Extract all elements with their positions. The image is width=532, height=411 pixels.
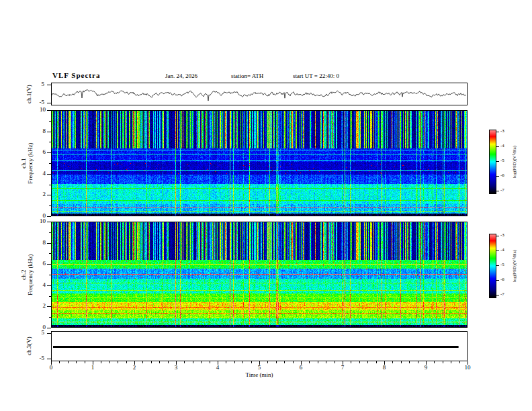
x-axis-label: Time (min) xyxy=(226,372,293,379)
axis-tick xyxy=(47,328,51,328)
axis-tick xyxy=(47,285,51,286)
ch2-spectrogram-canvas xyxy=(52,222,467,327)
axis-tick xyxy=(49,275,51,275)
axis-tick xyxy=(201,361,202,363)
axis-tick xyxy=(47,132,51,132)
axis-tick xyxy=(496,191,499,191)
axis-tick xyxy=(126,361,127,363)
vlf-spectra-figure: VLF Spectra Jan. 24, 2026 station= ATH s… xyxy=(0,0,532,411)
ch1-waveform-panel xyxy=(51,83,468,105)
axis-tick xyxy=(210,361,210,363)
axis-tick xyxy=(496,161,499,162)
axis-tick xyxy=(351,361,351,363)
axis-tick xyxy=(59,361,60,363)
y-tick-label: 5 xyxy=(32,330,44,336)
axis-tick xyxy=(101,361,101,363)
axis-tick xyxy=(109,361,110,363)
x-tick-label: 9 xyxy=(421,365,431,371)
axis-tick xyxy=(47,222,51,222)
colorbar-tick-label: -7 xyxy=(500,292,504,298)
x-tick-label: 7 xyxy=(338,365,347,371)
axis-tick xyxy=(85,361,85,363)
axis-tick xyxy=(49,121,51,122)
colorbar-tick-label: -4 xyxy=(500,144,504,149)
axis-tick xyxy=(68,361,69,363)
axis-tick xyxy=(142,361,143,363)
axis-tick xyxy=(47,359,51,359)
axis-tick xyxy=(496,250,499,251)
y-tick-label: 10 xyxy=(35,107,46,113)
axis-tick xyxy=(168,361,169,363)
axis-tick xyxy=(76,361,77,363)
axis-tick xyxy=(47,264,51,265)
axis-tick xyxy=(49,232,51,233)
date-label: Jan. 24, 2026 xyxy=(165,73,197,80)
axis-tick xyxy=(251,361,252,363)
axis-tick xyxy=(47,103,51,103)
axis-tick xyxy=(376,361,377,363)
axis-tick xyxy=(392,361,393,363)
y-tick-label: 2 xyxy=(35,303,46,310)
axis-tick xyxy=(459,361,460,363)
y-axis-label-ch1-frequency: ch.1 Frequency (kHz) xyxy=(20,113,34,214)
axis-tick xyxy=(47,333,51,334)
y-axis-label-ch2-frequency-units: Frequency (kHz) xyxy=(27,224,34,325)
y-axis-label-ch1-frequency-units: Frequency (kHz) xyxy=(27,113,34,214)
colorbar-tick-label: -7 xyxy=(500,188,504,193)
y-tick-label: 5 xyxy=(32,81,44,88)
axis-tick xyxy=(418,361,418,363)
y-tick-label: -5 xyxy=(32,355,44,362)
y-tick-label: 4 xyxy=(35,282,46,289)
y-tick-label: 8 xyxy=(35,240,46,246)
ch3-waveform-panel xyxy=(51,331,468,361)
start-ut-label: start UT = 22:40: 0 xyxy=(293,73,339,80)
axis-tick xyxy=(47,195,51,195)
y-tick-label: 10 xyxy=(35,218,46,225)
ch3-waveform-canvas xyxy=(52,332,467,361)
axis-tick xyxy=(49,185,51,185)
axis-tick xyxy=(318,361,318,363)
y-axis-label-ch2-frequency: ch.2 Frequency (kHz) xyxy=(20,224,34,325)
ch1-spectrogram-canvas xyxy=(52,111,467,216)
axis-tick xyxy=(276,361,277,363)
x-tick-label: 0 xyxy=(46,365,56,371)
axis-tick xyxy=(49,253,51,254)
x-tick-label: 1 xyxy=(88,365,97,371)
axis-tick xyxy=(496,236,499,236)
colorbar-tick-label: -3 xyxy=(500,129,504,134)
x-tick-label: 4 xyxy=(213,365,222,371)
colorbar-2 xyxy=(489,234,496,298)
axis-tick xyxy=(47,110,51,111)
y-tick-label: 2 xyxy=(35,191,46,198)
axis-tick xyxy=(284,361,285,363)
axis-tick xyxy=(47,152,51,153)
x-tick-label: 5 xyxy=(255,365,264,371)
colorbar-tick-label: -6 xyxy=(500,277,504,283)
axis-tick xyxy=(409,361,410,363)
axis-tick xyxy=(47,174,51,175)
axis-tick xyxy=(226,361,226,363)
colorbar-tick-label: -3 xyxy=(500,233,504,238)
plot-title: VLF Spectra xyxy=(52,71,100,79)
axis-tick xyxy=(234,361,235,363)
axis-tick xyxy=(49,205,51,206)
colorbar-tick-label: -6 xyxy=(500,173,504,179)
y-axis-label-ch1-channel: ch.1 xyxy=(20,113,27,214)
axis-tick xyxy=(267,361,268,363)
axis-tick xyxy=(359,361,360,363)
axis-tick xyxy=(49,317,51,318)
axis-tick xyxy=(496,280,499,281)
ch2-spectrogram-panel xyxy=(51,222,468,328)
axis-tick xyxy=(151,361,152,363)
axis-tick xyxy=(401,361,402,363)
axis-tick xyxy=(193,361,193,363)
axis-tick xyxy=(47,243,51,244)
axis-tick xyxy=(47,216,51,217)
y-axis-label-ch2-channel: ch.2 xyxy=(20,224,27,325)
axis-tick xyxy=(49,296,51,297)
axis-tick xyxy=(335,361,335,363)
y-axis-label-ch1-voltage: ch.1(V) xyxy=(26,74,33,114)
axis-tick xyxy=(49,142,51,142)
y-tick-label: 6 xyxy=(35,149,46,156)
axis-tick xyxy=(49,163,51,164)
